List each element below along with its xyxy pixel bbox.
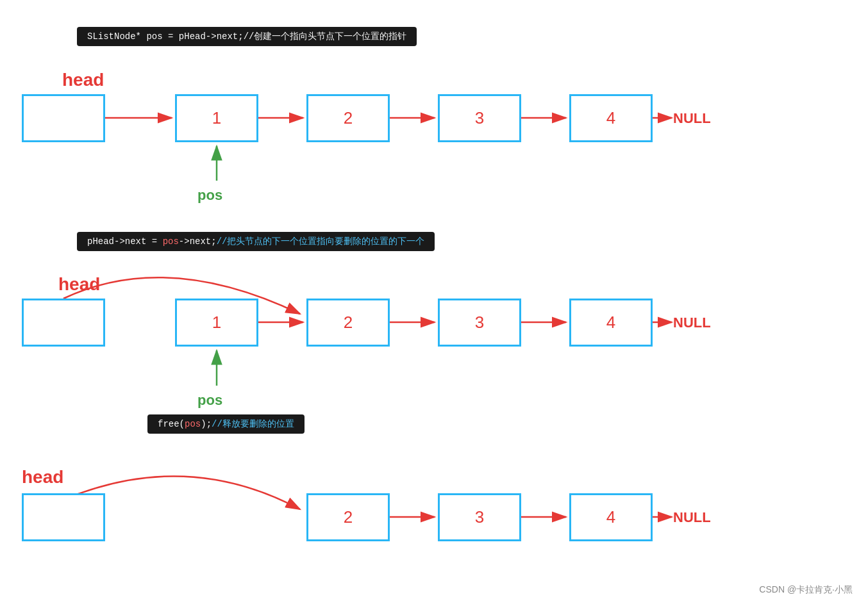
node-2-3: 2 bbox=[306, 493, 390, 541]
watermark: CSDN @卡拉肯克·小黑 bbox=[759, 584, 853, 596]
code-banner-1: SListNode* pos = pHead->next;//创建一个指向头节点… bbox=[77, 27, 417, 46]
node-head-1 bbox=[22, 94, 105, 142]
node-4-3: 4 bbox=[569, 493, 653, 541]
null-label-2: NULL bbox=[673, 315, 711, 331]
node-2-2: 2 bbox=[306, 299, 390, 347]
node-3-2: 3 bbox=[438, 299, 521, 347]
node-3-1: 3 bbox=[438, 94, 521, 142]
node-3-3: 3 bbox=[438, 493, 521, 541]
head-label-2: head bbox=[58, 274, 100, 295]
node-4-2: 4 bbox=[569, 299, 653, 347]
node-1-1: 1 bbox=[175, 94, 258, 142]
code-text-1: SListNode* pos = pHead->next;//创建一个指向头节点… bbox=[87, 31, 406, 42]
pos-label-1: pos bbox=[197, 187, 222, 204]
null-label-3: NULL bbox=[673, 509, 711, 526]
pos-label-2: pos bbox=[197, 392, 222, 409]
node-2-1: 2 bbox=[306, 94, 390, 142]
node-1-2: 1 bbox=[175, 299, 258, 347]
node-head-2 bbox=[22, 299, 105, 347]
node-head-3 bbox=[22, 493, 105, 541]
head-label-3: head bbox=[22, 467, 63, 487]
code-banner-3: free(pos);//释放要删除的位置 bbox=[147, 414, 305, 434]
node-4-1: 4 bbox=[569, 94, 653, 142]
code-text-3: free(pos);//释放要删除的位置 bbox=[158, 419, 294, 429]
code-text-2: pHead->next = pos->next;//把头节点的下一个位置指向要删… bbox=[87, 236, 424, 247]
null-label-1: NULL bbox=[673, 110, 711, 127]
head-label-1: head bbox=[62, 70, 104, 90]
code-banner-2: pHead->next = pos->next;//把头节点的下一个位置指向要删… bbox=[77, 232, 435, 251]
